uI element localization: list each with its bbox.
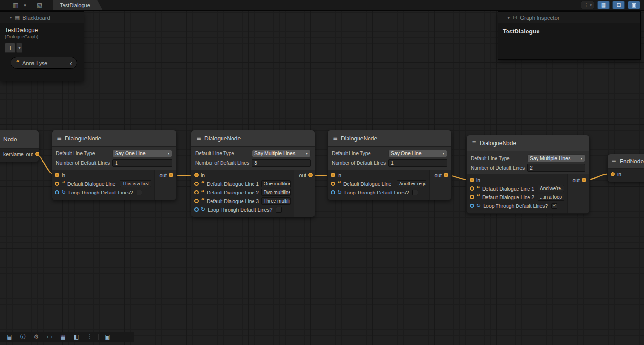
output-port[interactable] — [444, 173, 448, 177]
add-property-button[interactable]: + — [5, 43, 15, 53]
field-label: Default Line Type — [332, 151, 388, 156]
save-button[interactable]: ▥ — [11, 2, 21, 9]
line-text-input[interactable]: And we're... — [538, 185, 564, 192]
node-title-bar[interactable]: ≣ EndNode — [608, 154, 644, 169]
port-label: kerName — [3, 151, 24, 157]
load-button[interactable]: ▧ — [34, 2, 44, 9]
line-input-port[interactable] — [194, 182, 199, 186]
end-node[interactable]: ≣ EndNode in — [607, 154, 644, 182]
line-text-input[interactable]: This is a first — [120, 180, 151, 187]
dialogue-node-1[interactable]: ≣ DialogueNode Default Line Type Say One… — [52, 130, 177, 200]
blackboard-header[interactable]: ≡ ▾ ▦ Blackboard — [0, 12, 84, 23]
line-input-port[interactable] — [55, 182, 59, 186]
dropdown-value: Say One Line — [115, 151, 146, 156]
chevron-left-icon[interactable]: ‹ — [70, 59, 72, 66]
field-label: Default Line Type — [195, 151, 252, 156]
line-type-dropdown[interactable]: Say Multiple Lines ▾ — [527, 154, 585, 162]
bottom-btn-dialogue[interactable]: ◧ — [70, 333, 83, 341]
loop-checkbox[interactable] — [276, 207, 282, 213]
toggle-inspector-button[interactable]: ⊡ — [612, 1, 625, 9]
bottom-btn-frame[interactable]: ▭ — [43, 333, 56, 341]
bottom-btn-more[interactable]: ⋮ — [84, 333, 96, 341]
inspector-header[interactable]: ≡ ▾ ⊡ Graph Inspector — [498, 12, 640, 23]
node-title-bar[interactable]: ≣ DialogueNode — [467, 135, 589, 151]
input-port[interactable] — [611, 172, 615, 176]
dialogue-node-2[interactable]: ≣ DialogueNode Default Line Type Say Mul… — [191, 130, 315, 217]
tab-testdialogue[interactable]: TestDialogue — [53, 0, 103, 10]
inspector-icon: ⊡ — [616, 2, 621, 8]
output-port[interactable] — [308, 173, 313, 177]
hamburger-icon[interactable]: ≡ — [4, 15, 7, 21]
node-title-bar[interactable]: ≣ DialogueNode — [191, 130, 315, 147]
line-text-input[interactable]: Three multili — [261, 197, 291, 205]
collapse-icon[interactable]: ▾ — [507, 15, 510, 20]
loop-input-port[interactable] — [55, 190, 59, 194]
line-input-port[interactable] — [194, 199, 199, 203]
line-text-input[interactable]: ...in a loop — [538, 194, 564, 201]
collapse-icon[interactable]: ▾ — [10, 15, 12, 20]
bottom-toolbar: ▤ ⓘ ⚙ ▭ ▦ ◧ ⋮ ▣ — [0, 332, 134, 342]
bottom-btn-blackboard[interactable]: ▦ — [57, 333, 69, 341]
loop-input-port[interactable] — [194, 207, 199, 212]
frame-icon: ▭ — [47, 334, 52, 340]
node-title-bar[interactable]: ≣ DialogueNode — [52, 130, 176, 147]
num-lines-input[interactable]: 3 — [252, 159, 311, 167]
chevron-down-icon: ▾ — [581, 156, 582, 161]
loop-checkbox[interactable] — [412, 190, 418, 195]
output-port[interactable] — [35, 152, 39, 156]
input-port[interactable] — [194, 173, 199, 177]
line-type-dropdown[interactable]: Say One Line ▾ — [388, 150, 447, 157]
line-input-port[interactable] — [194, 190, 199, 194]
loop-icon: ↻ — [338, 190, 342, 195]
loop-checkbox[interactable]: ✓ — [551, 203, 557, 209]
dropdown-value: Say Multiple Lines — [530, 155, 570, 161]
top-toolbar: ▥ ▾ ▧ TestDialogue ⋮ ▾ ▦ ⊡ ▣ — [0, 0, 644, 11]
node-title: EndNode — [620, 158, 644, 165]
output-port[interactable] — [582, 178, 586, 182]
port-label: in — [201, 172, 205, 178]
line-input-port[interactable] — [331, 182, 335, 186]
chevron-down-icon: ▾ — [306, 151, 308, 156]
line-label: Default Dialogue Line 1 — [207, 181, 259, 187]
num-lines-input[interactable]: 1 — [388, 159, 447, 167]
graph-inspector-panel: ≡ ▾ ⊡ Graph Inspector TestDialogue — [498, 11, 641, 60]
add-property-dropdown[interactable]: ▾ — [16, 43, 22, 53]
line-text-input[interactable]: One multiline — [261, 180, 291, 187]
line-text-input[interactable]: Two multiline — [261, 189, 291, 196]
line-input-port[interactable] — [470, 186, 474, 191]
line-text-input[interactable]: Another regu — [397, 180, 426, 187]
inspector-title: Graph Inspector — [520, 15, 559, 21]
bottom-btn-inspector[interactable]: ⓘ — [17, 333, 29, 341]
overflow-menu-button[interactable]: ⋮ ▾ — [581, 1, 594, 9]
loop-input-port[interactable] — [331, 190, 335, 194]
line-type-dropdown[interactable]: Say Multiple Lines ▾ — [252, 150, 311, 157]
input-port[interactable] — [470, 178, 474, 182]
loop-checkbox[interactable] — [137, 190, 142, 195]
inspector-graph-name: TestDialogue — [498, 23, 640, 40]
dialogue-node-4[interactable]: ≣ DialogueNode Default Line Type Say Mul… — [466, 135, 590, 214]
num-lines-input[interactable]: 2 — [527, 164, 585, 172]
node-title-bar[interactable]: ≣ DialogueNode — [328, 130, 451, 147]
blackboard-property-anna-lyse[interactable]: “ Anna-Lyse ‹ — [11, 57, 77, 69]
dialogue-node-3[interactable]: ≣ DialogueNode Default Line Type Say One… — [327, 130, 452, 200]
toggle-console-button[interactable]: ▣ — [628, 1, 640, 9]
input-port[interactable] — [55, 173, 59, 177]
bottom-btn-console[interactable]: ▤ — [3, 333, 16, 341]
num-lines-input[interactable]: 1 — [112, 159, 172, 167]
line-type-dropdown[interactable]: Say One Line ▾ — [112, 150, 172, 157]
bottom-btn-code[interactable]: ▣ — [101, 333, 114, 341]
save-options-button[interactable]: ▾ — [21, 3, 29, 8]
dots-vertical-icon: ⋮ — [583, 2, 589, 8]
speaker-node-partial[interactable]: Node kerName out — [0, 130, 39, 162]
bottom-btn-tools[interactable]: ⚙ — [30, 333, 42, 341]
toggle-blackboard-button[interactable]: ▦ — [597, 1, 610, 9]
port-label: out — [159, 172, 167, 178]
loop-input-port[interactable] — [470, 204, 474, 208]
node-title-bar[interactable]: Node — [0, 130, 39, 149]
field-label: Number of Default Lines — [56, 160, 112, 166]
hamburger-icon[interactable]: ≡ — [502, 15, 505, 21]
blackboard-icon: ▦ — [15, 14, 20, 21]
output-port[interactable] — [169, 173, 173, 177]
line-input-port[interactable] — [470, 195, 474, 199]
input-port[interactable] — [331, 173, 335, 177]
